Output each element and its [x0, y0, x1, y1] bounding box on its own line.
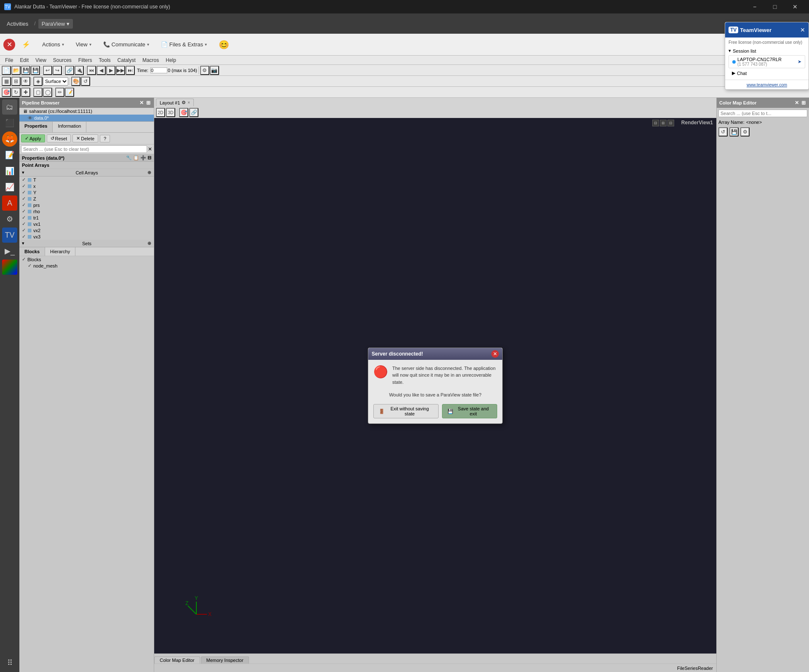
open-button[interactable]: 📂 [11, 66, 21, 75]
cme-reset-btn[interactable]: ↺ [718, 127, 728, 137]
sidebar-item-apps[interactable]: ⠿ [2, 655, 17, 670]
pipeline-server-item[interactable]: 🖥 sahasrat (cs://localhost:11111) [19, 108, 154, 115]
communicate-button[interactable]: 📞 Communicate ▾ [98, 40, 154, 49]
layout-tab-close[interactable]: × [188, 100, 190, 105]
save-button[interactable]: 💾 [21, 66, 30, 75]
paraview-close-button[interactable]: ✕ [3, 39, 15, 51]
maximize-button[interactable]: □ [765, 0, 785, 13]
time-input[interactable] [150, 67, 167, 73]
menu-help[interactable]: Help [162, 56, 179, 64]
reset-button[interactable]: ↺ Reset [47, 134, 71, 142]
play-end-button[interactable]: ⏭ [126, 66, 135, 75]
edit-btn[interactable]: ✏ [55, 88, 64, 97]
cme-search-input[interactable] [718, 110, 807, 117]
render-link-btn[interactable]: 🔗 [189, 108, 198, 117]
sidebar-item-terminal2[interactable]: ▶_ [2, 244, 17, 259]
render-camera-btn[interactable]: 🎯 [179, 108, 188, 117]
undo-button[interactable]: ↩ [43, 66, 52, 75]
representation-select[interactable]: Surface [43, 77, 68, 86]
pick-btn[interactable]: ✚ [21, 88, 30, 97]
settings-btn[interactable]: ⚙ [200, 66, 209, 75]
dialog-close-button[interactable]: ✕ [491, 350, 499, 358]
sidebar-item-firefox[interactable]: 🦊 [2, 131, 17, 147]
redo-button[interactable]: ↪ [53, 66, 62, 75]
save-as-button[interactable]: 💾 [31, 66, 40, 75]
tv-session-header[interactable]: ▾ Session list [729, 47, 805, 54]
smiley-button[interactable]: 😊 [214, 38, 234, 51]
render-2d-btn[interactable]: 2D [156, 108, 165, 117]
render-3d-btn[interactable]: 3D [166, 108, 175, 117]
menu-filters[interactable]: Filters [75, 56, 96, 64]
disconnect-button[interactable]: 🔌 [75, 66, 84, 75]
sidebar-item-files[interactable]: 🗂 [2, 99, 17, 115]
view-button[interactable]: View ▾ [71, 40, 96, 49]
cell-arrays-add-icon[interactable]: ⊕ [147, 170, 151, 175]
sidebar-item-color[interactable] [2, 260, 17, 275]
cell-arrays-header[interactable]: ▾ Cell Arrays ⊕ [19, 169, 154, 177]
eye-btn[interactable]: 👁 [21, 77, 30, 86]
minimize-button[interactable]: − [745, 0, 764, 13]
menu-file[interactable]: File [2, 56, 16, 64]
color-btn[interactable]: 🎨 [71, 77, 80, 86]
layout-tab-1[interactable]: Layout #1 ⚙ × [156, 99, 194, 106]
tab-properties[interactable]: Properties [19, 122, 53, 132]
menu-sources[interactable]: Sources [50, 56, 75, 64]
layout-tab-settings-icon[interactable]: ⚙ [182, 100, 186, 105]
save-state-exit-button[interactable]: 💾 Save state and exit [442, 404, 497, 418]
bottom-tab-color-map[interactable]: Color Map Editor [154, 656, 200, 664]
layout-btn[interactable]: ▦ [2, 77, 11, 86]
reset-color-btn[interactable]: ↺ [81, 77, 90, 86]
tv-chat[interactable]: ▶ Chat [729, 69, 805, 77]
play-begin-button[interactable]: ⏮ [87, 66, 96, 75]
annotate-btn[interactable]: 📝 [65, 88, 74, 97]
flash-button[interactable]: ⚡ [17, 39, 35, 50]
cme-settings-btn[interactable]: ⚙ [740, 127, 750, 137]
close-button[interactable]: ✕ [785, 0, 805, 13]
pipeline-browser-close-icon[interactable]: ✕ [139, 100, 145, 106]
bottom-tab-memory[interactable]: Memory Inspector [201, 656, 249, 664]
grid-btn[interactable]: ⊞ [11, 77, 21, 86]
lasso-btn[interactable]: ◯ [43, 88, 52, 97]
pipeline-data-item[interactable]: 👁 data.0* [19, 115, 154, 121]
menu-macros[interactable]: Macros [139, 56, 162, 64]
paraview-menu-button[interactable]: ParaView ▾ [38, 19, 73, 29]
play-forward-button[interactable]: ▶▶ [116, 66, 125, 75]
search-clear-icon[interactable]: ✕ [148, 146, 152, 152]
menu-tools[interactable]: Tools [96, 56, 114, 64]
menu-edit[interactable]: Edit [16, 56, 32, 64]
sidebar-item-spreadsheet[interactable]: 📊 [2, 163, 17, 179]
sidebar-item-presentation[interactable]: 📈 [2, 179, 17, 195]
tv-session-item[interactable]: LAPTOP-CN1C7RLR (1 577 743 087) ➤ [729, 55, 805, 68]
sidebar-item-terminal[interactable]: ⬛ [2, 115, 17, 131]
sets-add-icon[interactable]: ⊕ [147, 241, 151, 246]
cme-save-btn[interactable]: 💾 [729, 127, 739, 137]
tab-hierarchy[interactable]: Hierarchy [45, 247, 75, 256]
sidebar-item-settings2[interactable]: ⚙ [2, 212, 17, 227]
representation-btn[interactable]: ◈ [33, 77, 43, 86]
select-btn[interactable]: ▢ [33, 88, 43, 97]
play-button[interactable]: ▶ [106, 66, 115, 75]
tab-blocks[interactable]: Blocks [19, 247, 45, 256]
prop-section-header[interactable]: Properties (data.0*) 🔧 📋 ➕ ⊟ [19, 154, 154, 162]
cme-float-icon[interactable]: ⊞ [801, 100, 806, 106]
tv-website-link[interactable]: www.teamviewer.com [747, 83, 787, 87]
new-button[interactable]: 📄 [2, 66, 11, 75]
render-viewport[interactable]: RenderView1 ⊟ ⊞ ⊟ Z X [154, 118, 716, 653]
connect-button[interactable]: 🔗 [65, 66, 74, 75]
delete-button[interactable]: ✕ Delete [72, 134, 98, 142]
play-back-button[interactable]: ◀ [96, 66, 106, 75]
sidebar-item-teamviewer[interactable]: TV [2, 228, 17, 243]
tv-close-button[interactable]: ✕ [800, 27, 805, 33]
orbit-btn[interactable]: ↻ [11, 88, 21, 97]
apply-button[interactable]: ✓ Apply [21, 134, 45, 142]
camera-btn[interactable]: 📷 [210, 66, 219, 75]
sets-section-header[interactable]: ▾ Sets ⊕ [19, 240, 154, 247]
camera-reset-btn[interactable]: 🎯 [2, 88, 11, 97]
tab-information[interactable]: Information [53, 122, 86, 132]
files-extras-button[interactable]: 📄 Files & Extras ▾ [156, 40, 212, 49]
sidebar-item-writer[interactable]: A [2, 195, 17, 211]
exit-without-saving-button[interactable]: 🚪 Exit without saving state [373, 404, 439, 418]
actions-button[interactable]: Actions ▾ [37, 40, 69, 49]
activities-menu[interactable]: Activities [3, 19, 32, 29]
help-button[interactable]: ? [100, 135, 110, 142]
